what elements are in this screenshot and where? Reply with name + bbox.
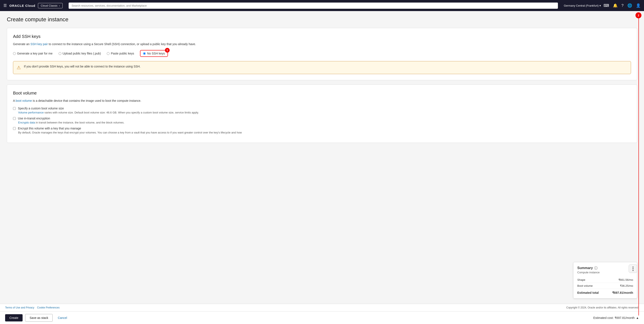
summary-boot-row: Boot volume ₹36.25/mo (577, 283, 633, 289)
custom-boot-size-label[interactable]: Specify a custom boot volume size (13, 107, 631, 110)
top-navigation: ☰ ORACLE Cloud Cloud Classic › Germany C… (0, 0, 644, 11)
cloud-classic-label: Cloud Classic (41, 4, 58, 7)
encrypt-volume-checkbox[interactable] (13, 127, 16, 130)
custom-boot-size-sub: Volume performance varies with volume si… (18, 111, 631, 114)
user-icon[interactable]: 👤 (636, 3, 640, 8)
warning-icon: ⚠ (16, 65, 21, 70)
summary-info-icon[interactable]: i (594, 266, 598, 270)
bottom-action-bar: Create Save as stack Cancel Estimated co… (0, 311, 644, 316)
encrypt-volume-item: Encrypt this volume with a key that you … (13, 127, 631, 134)
save-as-stack-button[interactable]: Save as stack (25, 314, 53, 316)
globe-icon[interactable]: 🌐 (628, 3, 632, 8)
custom-boot-size-item: Specify a custom boot volume size Volume… (13, 107, 631, 114)
summary-title: Summary i (577, 266, 633, 270)
cloud-classic-button[interactable]: Cloud Classic › (38, 3, 63, 8)
radio-nossh[interactable]: No SSH keys (143, 52, 165, 55)
custom-boot-size-text: Specify a custom boot volume size (18, 107, 64, 110)
cloud-shell-icon[interactable]: ⌨ (604, 3, 609, 8)
terms-link[interactable]: Terms of Use and Privacy (5, 306, 34, 309)
ssh-key-pair-link[interactable]: SSH key pair (30, 42, 48, 46)
encrypts-data-link[interactable]: Encrypts data (18, 121, 35, 124)
help-dot-2 (632, 268, 634, 269)
transit-encryption-label[interactable]: Use in-transit encryption (13, 117, 631, 120)
radio-paste-input[interactable] (107, 52, 110, 55)
radio-upload-label: Upload public key files (.pub) (63, 52, 101, 55)
search-container (68, 2, 558, 9)
annotation-badge-1: 1 (165, 48, 170, 52)
help-icon[interactable]: ? (622, 3, 624, 8)
encrypt-volume-label[interactable]: Encrypt this volume with a key that you … (13, 127, 631, 130)
create-button[interactable]: Create (5, 314, 22, 316)
cookie-link[interactable]: Cookie Preferences (37, 306, 60, 309)
ssh-keys-title: Add SSH keys (13, 34, 631, 39)
ssh-keys-card: Add SSH keys Generate an SSH key pair to… (7, 28, 637, 80)
radio-generate-input[interactable] (13, 52, 16, 55)
boot-volume-card: Boot volume A boot volume is a detachabl… (7, 84, 637, 143)
encrypt-volume-text: Encrypt this volume with a key that you … (18, 127, 81, 130)
oracle-logo-oracle: ORACLE (10, 4, 24, 7)
footer-right: Copyright © 2024, Oracle and/or its affi… (566, 306, 639, 309)
radio-paste[interactable]: Paste public keys (107, 52, 134, 55)
transit-encryption-text: Use in-transit encryption (18, 117, 50, 120)
page-title: Create compute instance (7, 16, 637, 23)
ssh-warning-box: ⚠ If you don't provide SSH keys, you wil… (13, 61, 631, 74)
summary-subtitle: Compute instance (577, 271, 633, 274)
transit-encryption-sub: Encrypts data in transit between the ins… (18, 121, 631, 124)
help-widget[interactable] (629, 264, 637, 273)
radio-generate[interactable]: Generate a key pair for me (13, 52, 53, 55)
radio-upload[interactable]: Upload public key files (.pub) (58, 52, 101, 55)
radio-generate-label: Generate a key pair for me (17, 52, 53, 55)
cloud-classic-arrow: › (59, 4, 60, 7)
transit-encryption-checkbox[interactable] (13, 117, 16, 120)
annotation-line (638, 18, 639, 316)
help-dot-1 (632, 267, 634, 268)
summary-panel: Summary i Compute instance Shape ₹661.56… (573, 262, 637, 299)
search-input[interactable] (68, 2, 558, 9)
annotation-badge-2: 2 (636, 12, 642, 18)
no-ssh-highlighted-container: 1 No SSH keys (140, 50, 168, 57)
ssh-options-group: Generate a key pair for me Upload public… (13, 50, 631, 57)
radio-upload-input[interactable] (58, 52, 61, 55)
summary-boot-value: ₹36.25/mo (620, 284, 633, 287)
summary-shape-label: Shape (577, 278, 586, 282)
ssh-keys-description: Generate an SSH key pair to connect to t… (13, 42, 631, 46)
summary-shape-row: Shape ₹661.56/mo (577, 277, 633, 283)
main-content: Create compute instance Add SSH keys Gen… (0, 11, 644, 316)
boot-volume-link[interactable]: boot volume (16, 99, 32, 102)
encrypt-volume-sub: By default, Oracle manages the keys that… (18, 131, 631, 134)
oracle-logo: ORACLE Cloud (10, 4, 36, 7)
summary-boot-label: Boot volume (577, 284, 593, 287)
radio-nossh-input[interactable] (143, 52, 146, 55)
volume-performance-link[interactable]: Volume performance (18, 111, 44, 114)
help-dot-3 (632, 270, 634, 271)
ssh-warning-text: If you don't provide SSH keys, you will … (24, 65, 140, 68)
boot-volume-description: A boot volume is a detachable device tha… (13, 99, 631, 102)
cancel-button[interactable]: Cancel (55, 314, 70, 316)
custom-boot-size-checkbox[interactable] (13, 107, 16, 110)
radio-nossh-label: No SSH keys (147, 52, 165, 55)
footer-left: Terms of Use and Privacy Cookie Preferen… (5, 306, 60, 309)
transit-encryption-item: Use in-transit encryption Encrypts data … (13, 117, 631, 124)
oracle-logo-cloud: Cloud (24, 4, 36, 7)
summary-shape-value: ₹661.56/mo (618, 278, 633, 282)
nav-icons-group: ⌨ 🔔 ? 🌐 👤 (604, 3, 640, 8)
summary-total-label: Estimated total (577, 291, 598, 295)
footer: Terms of Use and Privacy Cookie Preferen… (0, 304, 644, 311)
bell-icon[interactable]: 🔔 (613, 3, 618, 8)
region-selector[interactable]: Germany Central (Frankfurt) ▾ (564, 4, 601, 7)
region-chevron-down-icon: ▾ (600, 4, 601, 7)
summary-total-value: ₹697.81/month (612, 291, 633, 295)
hamburger-menu-icon[interactable]: ☰ (4, 3, 7, 8)
radio-paste-label: Paste public keys (111, 52, 134, 55)
boot-volume-title: Boot volume (13, 91, 631, 96)
region-label: Germany Central (Frankfurt) (564, 4, 598, 7)
summary-total-row: Estimated total ₹697.81/month (577, 289, 633, 295)
